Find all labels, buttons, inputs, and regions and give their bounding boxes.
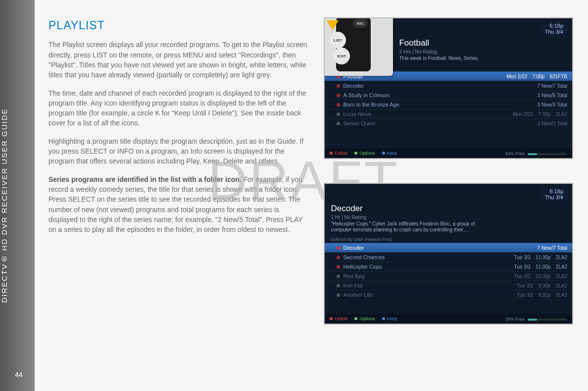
- ss1-info-sub: 2 Hrs | No Rating: [399, 49, 567, 55]
- row-cell: Mon 2/21: [513, 112, 534, 117]
- row-cell: Tue 3/2: [514, 264, 531, 270]
- playlist-screenshot-1: REC LIST EXIT 6:18p Thu 3/4 Football 2 H…: [324, 17, 573, 159]
- row-title: A Study in Crimson: [343, 92, 390, 98]
- row-cell: Tue 3/2: [517, 283, 534, 288]
- ss2-info: Decoder 1 Hr | No Rating "Helicopter Cop…: [331, 204, 567, 233]
- clock-date: Thu 3/4: [545, 29, 563, 35]
- remote-list-button: LIST: [329, 32, 346, 49]
- record-dot-icon: [337, 103, 340, 107]
- paragraph-3: Highlighting a program title displays th…: [49, 136, 310, 167]
- record-dot-icon: [337, 112, 340, 116]
- ss2-info-title: Decoder: [331, 204, 567, 214]
- ss2-order: Ordered By Date (Newest First): [325, 237, 572, 243]
- list-row[interactable]: Decoder7 New/7 Total: [325, 243, 572, 252]
- row-cell: Mon 2/22: [507, 74, 528, 79]
- record-dot-icon: [337, 284, 340, 287]
- row-cell: 2LA2: [556, 264, 567, 270]
- ss2-header: 6:18p Thu 3/4: [325, 184, 572, 202]
- clock-box: 6:18p Thu 3/4: [541, 21, 567, 36]
- paragraph-1: The Playlist screen displays all your re…: [49, 40, 310, 80]
- row-title: Iron Fist: [343, 282, 363, 288]
- record-dot-icon: [337, 293, 340, 297]
- page-title: PLAYLIST: [49, 17, 310, 34]
- record-dot-icon: [337, 275, 340, 278]
- page-number: 44: [15, 371, 23, 379]
- paragraph-4-rest: For example, if you record a weekly come…: [49, 175, 302, 233]
- paragraph-4-lead: Series programs are identified in the li…: [49, 175, 242, 183]
- row-cell: 10:30p: [536, 274, 551, 279]
- row-cell: 11:00p: [536, 264, 551, 270]
- record-dot-icon: [337, 84, 340, 88]
- clock-time-2: 6:18p: [545, 188, 563, 194]
- paragraph-2: The time, date and channel of each recor…: [49, 88, 310, 128]
- ss2-footer-delete: Delete: [335, 316, 347, 321]
- row-cell: 8:30p: [539, 292, 551, 298]
- list-row[interactable]: Iron FistTue 3/29:30p2LA2: [325, 280, 572, 290]
- arrow-callout-icon: [327, 20, 339, 30]
- clock-date-2: Thu 3/4: [545, 194, 563, 200]
- playlist-screenshot-2: 6:18p Thu 3/4 Decoder 1 Hr | No Rating "…: [324, 183, 573, 325]
- remote-body: REC LIST EXIT: [336, 17, 371, 71]
- list-row[interactable]: Decoder7 New/7 Total: [325, 81, 572, 90]
- row-title: Server Quest: [343, 120, 375, 126]
- ss2-progress: [528, 319, 567, 321]
- right-column: REC LIST EXIT 6:18p Thu 3/4 Football 2 H…: [324, 17, 573, 325]
- left-column: PLAYLIST The Playlist screen displays al…: [49, 17, 310, 325]
- ss1-info: Football 2 Hrs | No Rating This week in …: [399, 38, 567, 61]
- ss2-info-sub: 1 Hr | No Rating: [331, 215, 567, 220]
- row-cell: 2LA2: [556, 274, 567, 279]
- clock-time: 6:18p: [545, 23, 563, 29]
- row-title: Red Bag: [343, 273, 364, 279]
- ss1-footer: Delete Options Keep 24% Free: [325, 148, 572, 158]
- row-cell: 2LA2: [556, 255, 567, 260]
- list-row[interactable]: Red BagTue 3/210:30p2LA2: [325, 271, 572, 280]
- ss1-footer-delete: Delete: [335, 151, 347, 156]
- list-row[interactable]: Another LifeTue 3/28:30p2LA2: [325, 290, 572, 299]
- row-cell: 3 New/3 Total: [538, 121, 567, 126]
- row-cell: 2LA2: [556, 112, 567, 117]
- ss2-footer-options: Options: [359, 316, 375, 321]
- row-cell: Tue 3/2: [514, 274, 531, 279]
- spine: DIRECTV® HD DVR RECEIVER USER GUIDE: [0, 0, 35, 391]
- row-cell: 2LA2: [556, 283, 567, 288]
- row-title: Decoder: [343, 83, 364, 89]
- record-dot-icon: [337, 94, 340, 97]
- list-row[interactable]: Local NewsMon 2/217:00p2LA2: [325, 109, 572, 118]
- content: PLAYLIST The Playlist screen displays al…: [46, 0, 588, 335]
- row-cell: 2LA2: [556, 292, 567, 298]
- row-cell: 7 New/7 Total: [538, 245, 567, 251]
- remote-rec-button: REC: [353, 19, 368, 28]
- list-row[interactable]: A Study in Crimson3 New/5 Total: [325, 90, 572, 100]
- clock-box-2: 6:18p Thu 3/4: [541, 187, 567, 202]
- row-cell: 3 New/5 Total: [538, 93, 567, 98]
- row-cell: Tue 3/2: [517, 292, 534, 298]
- record-dot-icon: [337, 246, 340, 250]
- row-cell: 7:00p: [532, 74, 544, 79]
- list-row[interactable]: Helicopter CopsTue 3/211:00p2LA2: [325, 262, 572, 271]
- row-title: Decoder: [343, 245, 364, 251]
- paragraph-4: Series programs are identified in the li…: [49, 174, 310, 235]
- row-cell: 7 New/7 Total: [538, 83, 567, 89]
- row-title: Local News: [343, 111, 371, 117]
- ss1-footer-options: Options: [359, 151, 375, 156]
- row-cell: 7:00p: [539, 112, 551, 117]
- record-dot-icon: [337, 256, 340, 259]
- ss1-footer-free: 24% Free: [505, 151, 525, 156]
- row-title: Another Life: [343, 292, 372, 298]
- row-cell: 631FTB: [549, 74, 567, 79]
- ss2-footer-free: 24% Free: [505, 317, 525, 322]
- record-dot-icon: [337, 265, 340, 269]
- ss1-progress: [528, 153, 567, 155]
- row-cell: Tue 3/2: [514, 255, 531, 260]
- row-cell: 3 New/3 Total: [538, 102, 567, 108]
- ss2-list: Ordered By Date (Newest First) Decoder7 …: [325, 237, 572, 299]
- ss1-footer-keep: Keep: [387, 151, 397, 156]
- ss1-info-desc: This week in Football. News, Series.: [399, 56, 567, 61]
- ss2-footer-keep: Keep: [387, 316, 397, 321]
- list-row[interactable]: Second ChancesTue 3/211:30p2LA2: [325, 252, 572, 262]
- list-row[interactable]: Born in the Bronze Age3 New/3 Total: [325, 100, 572, 109]
- list-row[interactable]: Server Quest3 New/3 Total: [325, 118, 572, 128]
- row-title: Helicopter Cops: [343, 264, 382, 270]
- row-title: Born in the Bronze Age: [343, 102, 399, 108]
- ss1-info-title: Football: [399, 38, 567, 48]
